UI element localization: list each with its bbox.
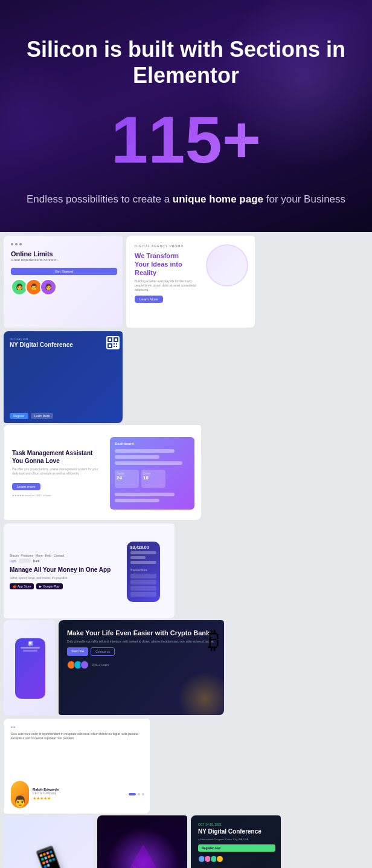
hand-emoji: 📱	[26, 841, 73, 868]
grid-row-2: Task Management Assistant You Gonna Love…	[2, 423, 370, 618]
ny-conference-mid-card[interactable]: OCT 14-15, 2021 NY Digital Conference 4 …	[189, 814, 281, 868]
crypto-desc: Duis convallis convallis tellus id inter…	[67, 640, 217, 644]
ph-s-bar-2	[23, 650, 37, 652]
author-role: CEO at Company	[33, 791, 59, 795]
phone-bar-2	[130, 556, 146, 559]
phone-bar-1	[130, 551, 156, 554]
dark-partial-left: 📊	[2, 618, 55, 715]
money-subtitle: Send, spend, save, and invest, it's poss…	[10, 576, 111, 580]
transform-badge: Digital Agency Promo	[135, 244, 201, 248]
qr-svg	[107, 337, 118, 348]
uv-triangle	[119, 844, 167, 868]
stars: ★★★★★	[33, 796, 59, 801]
ph-s-bar-1	[21, 647, 40, 649]
app-store-label: App Store	[18, 585, 31, 588]
phone-hand-mock: 📱 📊	[31, 846, 68, 868]
transactions-label: Transactions	[130, 568, 156, 572]
play-icon: ▶	[39, 585, 42, 588]
conf-avatar-4	[216, 855, 223, 863]
apple-icon: 🍎	[13, 585, 16, 588]
conf-register-btn[interactable]: Register now	[198, 844, 275, 852]
avatar-3: 👩	[40, 279, 57, 296]
tx-4	[130, 592, 156, 597]
dot-2	[142, 793, 144, 795]
grid-section: Online Limits Great experience to connec…	[0, 232, 372, 868]
phone-balance: $3,428.00	[130, 545, 156, 549]
subtitle-bold: unique home page	[173, 193, 263, 205]
conf-date: OCT 14-15, 2021	[198, 823, 275, 826]
google-play-btn[interactable]: ▶ Google Play	[36, 583, 62, 589]
money-nav: Bitcoin · Features · More · Help · Conta…	[10, 554, 111, 557]
ny-top-title: NY Digital Conference	[10, 342, 118, 349]
money-left: Bitcoin · Features · More · Help · Conta…	[10, 554, 111, 589]
hero-subtitle: Endless possibilities to create a unique…	[24, 191, 348, 207]
svg-rect-4	[115, 338, 117, 341]
transaction-list	[130, 574, 156, 597]
transform-sphere	[206, 244, 248, 287]
avatar-emoji: 👨	[13, 795, 27, 808]
task-dashboard-mock: Dashboard Tasks 24 Done 18	[110, 437, 194, 510]
task-left: Task Management Assistant You Gonna Love…	[12, 449, 104, 497]
dash-title: Dashboard	[115, 442, 190, 445]
dash-bar-5	[115, 499, 159, 502]
app-store-btn[interactable]: 🍎 App Store	[10, 583, 34, 589]
testimonial-text: Duis aute irure dolor in reprehenderit i…	[11, 732, 144, 741]
crypto-contact-btn[interactable]: Contact us	[91, 647, 115, 656]
transform-learn-more[interactable]: Learn More	[135, 296, 163, 303]
conf-info: 4 International Congress Center City, WA…	[198, 838, 275, 841]
grid-row-1: Online Limits Great experience to connec…	[2, 234, 370, 423]
task-footer: ★★★★★ based on 1000+ reviews	[12, 494, 104, 497]
online-limits-subtitle: Great experience to connect...	[11, 258, 117, 262]
crypto-bank-card[interactable]: Make Your Life Even Easier with Crypto B…	[57, 618, 224, 715]
subtitle-part1: Endless possibilities to create a	[27, 193, 173, 205]
bitcoin-icon: ₿	[208, 626, 220, 653]
dash-bar-3	[115, 461, 182, 465]
testimonial-quote-mark: ❝❝	[11, 726, 144, 730]
transform-desc: Building a better everyday life for the …	[135, 279, 201, 292]
dot	[11, 243, 13, 245]
qr-code	[106, 336, 120, 349]
hero-title: Silicon is built with Sections in Elemen…	[24, 36, 348, 88]
crypto-avatar-3	[80, 661, 89, 669]
author-info: Ralph Edwards CEO at Company ★★★★★	[33, 788, 59, 801]
dash-card-value-2: 18	[143, 475, 164, 481]
money-phone-mock: $3,428.00 Transactions	[116, 542, 170, 602]
task-btn[interactable]: Learn more	[12, 483, 40, 490]
nav-dots	[11, 243, 117, 245]
crypto-users-label: 2000+ Users	[92, 663, 109, 667]
tx-1	[130, 574, 156, 578]
crypto-start-btn[interactable]: Start now	[67, 647, 88, 656]
phone-small-label: 📊	[28, 641, 33, 646]
svg-rect-3	[109, 338, 111, 341]
ny-top-set-badge: OCT 14-15, 2021	[10, 337, 118, 340]
testimonial-author-row: 👨 Ralph Edwards CEO at Company ★★★★★	[11, 781, 144, 808]
online-limits-card[interactable]: Online Limits Great experience to connec…	[2, 234, 123, 328]
tx-2	[130, 580, 156, 585]
learn-more-btn[interactable]: Learn More	[31, 413, 54, 419]
svg-rect-7	[116, 343, 117, 345]
task-management-card[interactable]: Task Management Assistant You Gonna Love…	[2, 423, 201, 520]
dash-card-2: Done 18	[141, 470, 165, 488]
transform-top-card[interactable]: Digital Agency Promo We Transform Your I…	[124, 234, 255, 328]
online-limits-button[interactable]: Get Started	[11, 268, 117, 275]
dark-label: Dark	[33, 559, 40, 563]
pagination-dots	[129, 793, 144, 795]
tx-3	[130, 586, 156, 591]
dot	[19, 243, 22, 245]
dash-bar-1	[115, 449, 175, 453]
dot	[15, 243, 18, 245]
ny-top-buttons: Register Learn More	[10, 413, 118, 419]
ny-digital-top-card[interactable]: OCT 14-15, 2021 NY Digital Conference	[2, 329, 123, 423]
svg-rect-8	[114, 346, 115, 347]
dash-card-1: Tasks 24	[115, 470, 139, 488]
toggle[interactable]	[19, 559, 31, 563]
grid-row-3: 📊 Make Your Life Even Easier with Crypto…	[2, 618, 370, 814]
manage-money-card[interactable]: Bitcoin · Features · More · Help · Conta…	[2, 522, 175, 618]
crypto-buttons: Start now Contact us	[67, 647, 217, 656]
register-btn[interactable]: Register	[10, 413, 28, 419]
phone-card-small: 📊	[15, 638, 45, 699]
hero-section: Silicon is built with Sections in Elemen…	[0, 0, 372, 232]
bitcoin-glow	[178, 672, 224, 715]
grid-row-4: 📱 📊 OCT 14-15, 2021 NY Digital Conferenc…	[2, 814, 370, 868]
dash-bar-2	[115, 455, 159, 459]
